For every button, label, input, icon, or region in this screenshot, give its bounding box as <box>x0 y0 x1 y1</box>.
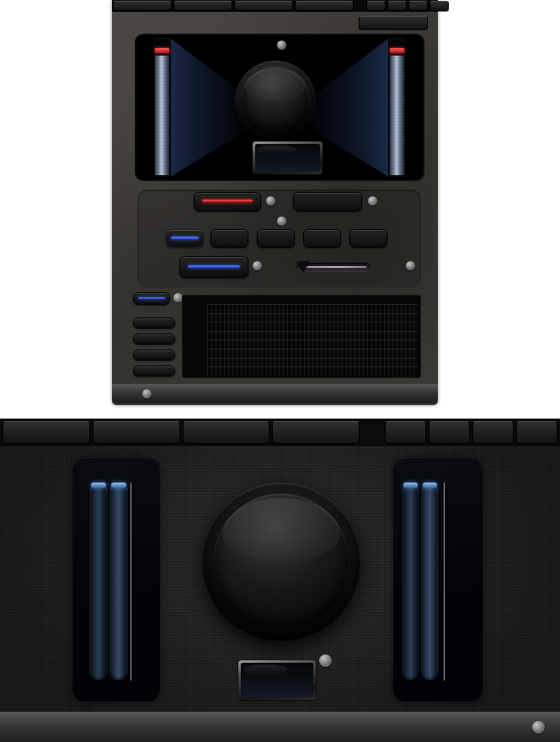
preset-slot-c[interactable] <box>472 421 514 444</box>
left-meter-panel <box>72 457 160 702</box>
power-value-display <box>238 660 316 700</box>
monster-mix-plugin <box>112 0 438 405</box>
power-plugin <box>0 419 560 742</box>
peak-marker <box>91 483 106 488</box>
eq-init-button[interactable] <box>133 318 175 328</box>
manual-button[interactable] <box>359 16 428 29</box>
left-out-meter <box>109 483 128 681</box>
copy-button[interactable] <box>113 1 172 11</box>
eq-flat-button[interactable] <box>133 334 175 344</box>
final-eq-button[interactable] <box>133 292 170 305</box>
meter-column <box>155 56 169 175</box>
power-knob[interactable] <box>202 483 360 641</box>
boost-slider-thumb[interactable] <box>296 261 310 272</box>
mix-type-a-button[interactable] <box>166 229 204 248</box>
eq-curve[interactable] <box>207 304 418 376</box>
power-footer <box>0 712 560 742</box>
monster-amount-knob[interactable] <box>235 61 316 141</box>
page <box>0 0 560 742</box>
peak-marker <box>423 483 437 488</box>
selected-bar <box>138 297 166 300</box>
mix-type-b-button[interactable] <box>211 229 248 248</box>
info-icon[interactable] <box>253 261 262 270</box>
info-icon[interactable] <box>368 196 377 206</box>
mix-type-c-button[interactable] <box>257 229 295 248</box>
paste-button[interactable] <box>93 421 180 444</box>
copy-button[interactable] <box>3 421 90 444</box>
controls-panel <box>137 190 421 288</box>
auto-max-button[interactable] <box>179 256 248 278</box>
peak-marker <box>111 483 126 488</box>
meter-scale-left <box>137 35 152 179</box>
preset-slot-c[interactable] <box>408 1 428 11</box>
undo-button[interactable] <box>183 421 270 444</box>
mix-type-e-button[interactable] <box>349 229 387 248</box>
monster-value-display <box>253 141 323 174</box>
meter-column <box>390 56 404 175</box>
toolbar <box>0 419 560 446</box>
undo-button[interactable] <box>234 1 293 11</box>
mix-type-d-button[interactable] <box>303 229 341 248</box>
info-icon[interactable] <box>142 389 152 398</box>
preset-slot-d[interactable] <box>429 1 449 11</box>
scanning-active-bar <box>202 200 253 202</box>
peak-marker <box>403 483 418 488</box>
redo-arrow-icon[interactable] <box>355 1 365 11</box>
info-icon[interactable] <box>319 654 332 667</box>
eq-frequency-labels <box>207 296 418 303</box>
toolbar <box>112 0 438 12</box>
paste-button[interactable] <box>173 1 232 11</box>
right-in-meter <box>402 483 419 681</box>
scanning-button[interactable] <box>194 192 261 211</box>
info-icon[interactable] <box>532 721 545 734</box>
eq-accent-button[interactable] <box>133 350 175 360</box>
info-icon[interactable] <box>406 261 415 270</box>
mix-types-header <box>137 216 421 226</box>
eq-grid <box>207 304 418 376</box>
right-meter-panel <box>393 457 483 702</box>
left-in-meter <box>89 483 108 681</box>
monster-mix-footer <box>112 384 438 403</box>
meter-scale-right <box>408 35 422 179</box>
knob-face <box>241 67 311 136</box>
redo-button[interactable] <box>295 1 354 11</box>
info-icon[interactable] <box>277 40 286 50</box>
redo-button[interactable] <box>272 421 360 444</box>
eq-deaccent-button[interactable] <box>133 366 175 376</box>
selected-bar <box>188 265 240 268</box>
right-meter-scale <box>444 483 475 681</box>
level-meter-left <box>154 38 170 177</box>
boost-slider-line <box>301 266 366 269</box>
preset-slot-b[interactable] <box>429 421 470 444</box>
eq-db-labels <box>182 295 205 378</box>
preset-slot-d[interactable] <box>516 421 557 444</box>
level-meter-right <box>389 38 405 177</box>
redo-arrow-icon[interactable] <box>362 421 382 444</box>
selected-bar <box>171 237 200 239</box>
preset-slot-a[interactable] <box>385 421 426 444</box>
clean-button[interactable] <box>293 192 362 211</box>
preset-slot-b[interactable] <box>387 1 407 11</box>
right-out-meter <box>421 483 439 681</box>
eq-graph[interactable] <box>182 295 421 378</box>
monster-display-screen <box>136 35 423 179</box>
boost-slider[interactable] <box>296 263 371 271</box>
knob-face <box>213 494 349 630</box>
info-icon[interactable] <box>277 216 286 226</box>
left-meter-scale <box>131 483 162 681</box>
preset-slot-a[interactable] <box>366 1 386 11</box>
plugin-name <box>136 389 152 398</box>
info-icon[interactable] <box>266 196 275 206</box>
monster-amount-title <box>136 40 423 50</box>
